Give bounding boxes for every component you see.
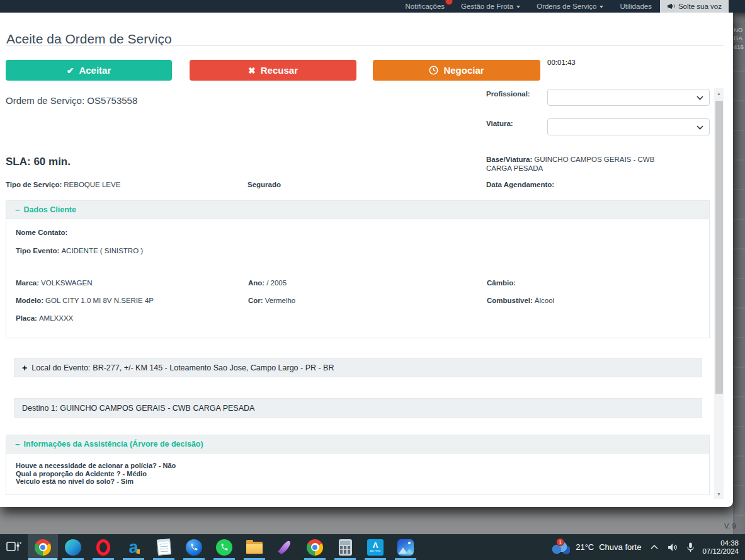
notification-badge — [445, 0, 453, 5]
event-location-label: Local do Evento: — [31, 363, 90, 372]
temperature-label: 21°C — [576, 542, 594, 552]
taskbar-file-explorer[interactable] — [239, 534, 270, 560]
professional-label: Profissional: — [486, 90, 530, 98]
weather-text[interactable]: 21°CChuva forte — [576, 542, 641, 552]
top-navbar: Notificações Gestão de Frota Ordens de S… — [0, 0, 745, 13]
weather-condition-label: Chuva forte — [599, 542, 641, 552]
client-panel-header[interactable]: − Dados Cliente — [6, 201, 709, 219]
event-location-bar[interactable]: + Local do Evento: BR-277, +/- KM 145 - … — [14, 358, 702, 377]
modal-scrollbar[interactable]: ▲ ▼ — [714, 88, 724, 499]
color-field: Cor:Vermelho — [248, 297, 295, 304]
notepad-icon — [156, 539, 171, 556]
taskbar-whatsapp[interactable] — [209, 534, 239, 560]
professional-select[interactable] — [547, 89, 710, 106]
nav-fleet-menu[interactable]: Gestão de Frota — [453, 0, 528, 13]
gear-field: Câmbio: — [487, 279, 518, 287]
nav-notifications-label: Notificações — [405, 3, 445, 10]
refuse-button[interactable]: ✖ Recusar — [190, 60, 356, 81]
chevron-up-icon — [651, 545, 658, 549]
scroll-up-button[interactable]: ▲ — [714, 88, 724, 98]
taskbar-notepad[interactable] — [149, 534, 179, 560]
task-view-icon — [6, 541, 21, 553]
photos-icon — [397, 539, 414, 556]
nav-utilities[interactable]: Utilidades — [611, 0, 660, 13]
microphone-button[interactable] — [687, 542, 694, 552]
destination-label: Destino 1: — [22, 404, 57, 413]
weather-widget[interactable]: 1 — [551, 541, 570, 555]
opera-icon — [96, 539, 110, 556]
fuel-field: Combustível:Álcool — [487, 297, 554, 304]
model-field: Modelo:GOL CITY 1.0 MI 8V N.SERIE 4P — [16, 297, 154, 304]
windows-taskbar: a Λ AUTEM — [0, 534, 745, 560]
speaker-icon — [668, 543, 678, 552]
vehicle-select[interactable] — [547, 118, 710, 135]
voice-command-button[interactable]: Solte sua voz — [660, 0, 729, 13]
nav-service-orders-menu[interactable]: Ordens de Serviço — [528, 0, 611, 13]
destination-bar[interactable]: Destino 1: GUINCHO CAMPOS GERAIS - CWB C… — [14, 398, 702, 418]
taskbar-autem[interactable]: Λ AUTEM — [360, 534, 390, 560]
decision-tree-line: Veiculo está no nível do solo? - Sim — [16, 477, 709, 486]
client-panel-title: Dados Cliente — [24, 205, 76, 214]
chrome-icon — [307, 539, 323, 556]
client-data-panel: − Dados Cliente Nome Contato: Tipo Event… — [6, 200, 710, 338]
taskbar-phone-app[interactable] — [179, 534, 209, 560]
service-type-value: REBOQUE LEVE — [64, 181, 120, 188]
dimmed-overlay — [0, 507, 733, 534]
edge-icon — [65, 539, 81, 556]
tray-overflow-button[interactable] — [651, 545, 658, 549]
scroll-down-button[interactable]: ▼ — [714, 489, 724, 499]
taskbar-chrome-active[interactable] — [28, 534, 58, 560]
service-type-text: Tipo de Serviço:REBOQUE LEVE — [6, 181, 120, 188]
taskbar-edge[interactable] — [58, 534, 88, 560]
chevron-down-icon — [697, 125, 703, 130]
contact-name-field: Nome Contato: — [16, 229, 69, 236]
assistance-info-panel: − Informações da Assistência (Árvore de … — [6, 435, 710, 495]
chevron-down-icon — [600, 6, 603, 8]
taskbar-photos[interactable] — [390, 534, 421, 560]
order-number: Ordem de Serviço: OS5753558 — [6, 95, 137, 106]
autem-icon: Λ AUTEM — [367, 539, 384, 556]
negotiate-button-label: Negociar — [443, 65, 484, 76]
taskbar-opera[interactable] — [88, 534, 118, 560]
task-view-button[interactable] — [0, 534, 28, 560]
divider — [6, 45, 724, 46]
background-text-fragment: GA — [734, 35, 742, 42]
negotiate-button[interactable]: Negociar — [373, 60, 540, 81]
autem-label: AUTEM — [370, 549, 381, 552]
background-text-fragment: NO — [734, 26, 742, 33]
version-label: V. 9 — [724, 522, 736, 530]
feather-icon — [278, 539, 292, 554]
voice-command-label: Solte sua voz — [678, 3, 722, 10]
taskbar-feather-app[interactable] — [270, 534, 300, 560]
assistance-panel-body: Houve a necessidade de acionar a polícia… — [6, 454, 709, 486]
nav-notifications[interactable]: Notificações — [397, 0, 453, 13]
accept-button[interactable]: ✔ Aceitar — [6, 60, 172, 81]
x-icon: ✖ — [248, 66, 256, 76]
scrollbar-thumb[interactable] — [715, 101, 723, 394]
decision-tree-line: Qual a proporção do Acidente ? - Médio — [16, 470, 709, 478]
accept-button-label: Aceitar — [79, 65, 111, 76]
schedule-date-label: Data Agendamento: — [486, 181, 556, 188]
chevron-down-icon — [516, 6, 520, 8]
background-page-strip: NO GA 416 — [733, 13, 745, 534]
chevron-down-icon — [697, 96, 703, 100]
background-text-fragment: 416 — [734, 43, 744, 50]
modal-title: Aceite da Ordem de Serviço — [6, 31, 172, 47]
event-type-field: Tipo Evento:ACIDENTE ( SINISTRO ) — [16, 247, 143, 254]
clock-icon — [429, 66, 438, 75]
taskbar-calculator[interactable] — [330, 534, 360, 560]
taskbar-a-app[interactable]: a — [118, 534, 149, 560]
plate-field: Placa:AMLXXXX — [16, 314, 73, 322]
service-type-label: Tipo de Serviço: — [6, 181, 62, 188]
nav-service-orders-label: Ordens de Serviço — [537, 3, 596, 10]
date-label: 07/12/2024 — [702, 547, 739, 556]
volume-button[interactable] — [668, 543, 678, 552]
refuse-button-label: Recusar — [261, 65, 298, 76]
taskbar-chrome-2[interactable] — [300, 534, 330, 560]
destination-value: GUINCHO CAMPOS GERAIS - CWB CARGA PESADA — [60, 404, 254, 413]
assistance-panel-header[interactable]: − Informações da Assistência (Árvore de … — [6, 435, 709, 454]
insured-label: Segurado — [247, 181, 283, 188]
collapse-icon: − — [15, 205, 20, 215]
taskbar-clock[interactable]: 04:38 07/12/2024 — [702, 539, 741, 556]
event-location-value: BR-277, +/- KM 145 - Loteamento Sao Jose… — [93, 363, 334, 372]
